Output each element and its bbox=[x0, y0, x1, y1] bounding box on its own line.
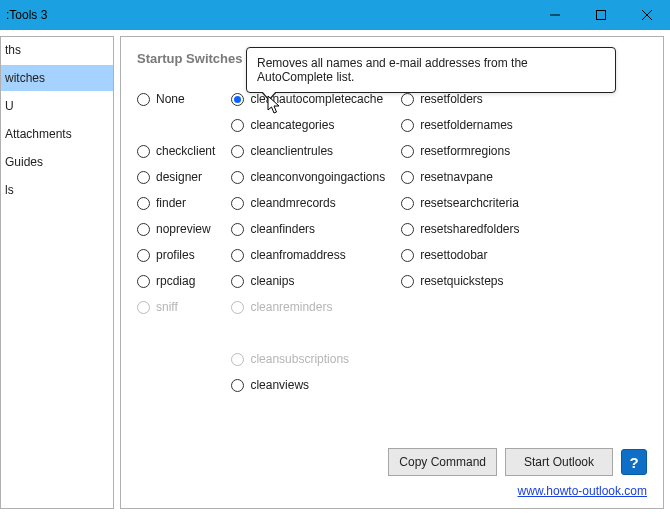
radio-column-0: None checkclientdesignerfindernopreviewp… bbox=[137, 86, 215, 320]
radio-indicator bbox=[137, 249, 150, 262]
radio-indicator bbox=[401, 145, 414, 158]
copy-command-button[interactable]: Copy Command bbox=[388, 448, 497, 476]
radio-label: cleanips bbox=[250, 274, 294, 288]
radio-indicator bbox=[401, 171, 414, 184]
radio-label: cleanclientrules bbox=[250, 144, 333, 158]
radio-option-resetfoldernames[interactable]: resetfoldernames bbox=[401, 112, 519, 138]
radio-label: cleansubscriptions bbox=[250, 352, 349, 366]
radio-indicator bbox=[231, 249, 244, 262]
radio-option-rpcdiag[interactable]: rpcdiag bbox=[137, 268, 215, 294]
radio-label: resetfolders bbox=[420, 92, 483, 106]
radio-label: nopreview bbox=[156, 222, 211, 236]
radio-option-cleanfinders[interactable]: cleanfinders bbox=[231, 216, 385, 242]
radio-indicator bbox=[401, 197, 414, 210]
radio-indicator bbox=[231, 379, 244, 392]
radio-label: cleanreminders bbox=[250, 300, 332, 314]
spacer-row bbox=[137, 112, 215, 138]
radio-option-resettodobar[interactable]: resettodobar bbox=[401, 242, 519, 268]
sidebar-item-2[interactable]: U bbox=[1, 93, 113, 119]
radio-label: checkclient bbox=[156, 144, 215, 158]
radio-label: rpcdiag bbox=[156, 274, 195, 288]
radio-option-resetsearchcriteria[interactable]: resetsearchcriteria bbox=[401, 190, 519, 216]
radio-indicator bbox=[401, 119, 414, 132]
main-panel: Startup Switches None checkclientdesigne… bbox=[120, 36, 664, 509]
radio-label: cleancategories bbox=[250, 118, 334, 132]
radio-option-cleanviews[interactable]: cleanviews bbox=[231, 372, 385, 398]
radio-indicator bbox=[401, 249, 414, 262]
radio-label: resetsharedfolders bbox=[420, 222, 519, 236]
radio-option-checkclient[interactable]: checkclient bbox=[137, 138, 215, 164]
radio-option-resetquicksteps[interactable]: resetquicksteps bbox=[401, 268, 519, 294]
radio-option-cleancategories[interactable]: cleancategories bbox=[231, 112, 385, 138]
radio-option-designer[interactable]: designer bbox=[137, 164, 215, 190]
button-row: Copy Command Start Outlook ? bbox=[137, 448, 647, 476]
radio-option-cleanips[interactable]: cleanips bbox=[231, 268, 385, 294]
radio-column-1: cleanautocompletecachecleancategoriescle… bbox=[231, 86, 385, 398]
help-icon: ? bbox=[629, 454, 638, 471]
radio-indicator bbox=[231, 223, 244, 236]
radio-label: resettodobar bbox=[420, 248, 487, 262]
sidebar: thswitchesUAttachmentsGuidesls bbox=[0, 36, 114, 509]
radio-indicator bbox=[137, 275, 150, 288]
titlebar: :Tools 3 bbox=[0, 0, 670, 30]
radio-label: designer bbox=[156, 170, 202, 184]
sidebar-item-1[interactable]: witches bbox=[1, 65, 113, 91]
radio-option-cleanclientrules[interactable]: cleanclientrules bbox=[231, 138, 385, 164]
radio-option-profiles[interactable]: profiles bbox=[137, 242, 215, 268]
radio-indicator bbox=[137, 197, 150, 210]
radio-label: resetformregions bbox=[420, 144, 510, 158]
radio-indicator bbox=[137, 223, 150, 236]
tooltip-text: Removes all names and e-mail addresses f… bbox=[257, 56, 528, 84]
radio-label: cleanfinders bbox=[250, 222, 315, 236]
footer-link[interactable]: www.howto-outlook.com bbox=[518, 484, 647, 498]
radio-indicator bbox=[137, 93, 150, 106]
radio-indicator bbox=[231, 197, 244, 210]
radio-indicator bbox=[231, 301, 244, 314]
radio-label: profiles bbox=[156, 248, 195, 262]
spacer-row bbox=[231, 320, 385, 346]
radio-label: resetfoldernames bbox=[420, 118, 513, 132]
radio-label: finder bbox=[156, 196, 186, 210]
radio-indicator bbox=[137, 301, 150, 314]
radio-option-cleanfromaddress[interactable]: cleanfromaddress bbox=[231, 242, 385, 268]
help-button[interactable]: ? bbox=[621, 449, 647, 475]
radio-indicator bbox=[401, 93, 414, 106]
radio-option-cleansubscriptions: cleansubscriptions bbox=[231, 346, 385, 372]
maximize-button[interactable] bbox=[578, 0, 624, 30]
svg-rect-1 bbox=[597, 11, 606, 20]
radio-option-nopreview[interactable]: nopreview bbox=[137, 216, 215, 242]
radio-indicator bbox=[401, 223, 414, 236]
radio-option-cleanconvongoingactions[interactable]: cleanconvongoingactions bbox=[231, 164, 385, 190]
footer-link-row: www.howto-outlook.com bbox=[137, 484, 647, 498]
radio-label: sniff bbox=[156, 300, 178, 314]
radio-option-resetsharedfolders[interactable]: resetsharedfolders bbox=[401, 216, 519, 242]
radio-label: resetquicksteps bbox=[420, 274, 503, 288]
radio-option-None[interactable]: None bbox=[137, 86, 215, 112]
window-title: :Tools 3 bbox=[0, 8, 47, 22]
radio-option-resetformregions[interactable]: resetformregions bbox=[401, 138, 519, 164]
radio-indicator bbox=[137, 145, 150, 158]
radio-label: cleandmrecords bbox=[250, 196, 335, 210]
sidebar-item-0[interactable]: ths bbox=[1, 37, 113, 63]
sidebar-item-4[interactable]: Guides bbox=[1, 149, 113, 175]
radio-indicator bbox=[231, 171, 244, 184]
radio-indicator bbox=[137, 171, 150, 184]
radio-indicator bbox=[401, 275, 414, 288]
radio-option-resetnavpane[interactable]: resetnavpane bbox=[401, 164, 519, 190]
radio-label: cleanviews bbox=[250, 378, 309, 392]
radio-label: resetnavpane bbox=[420, 170, 493, 184]
close-button[interactable] bbox=[624, 0, 670, 30]
radio-label: None bbox=[156, 92, 185, 106]
radio-indicator bbox=[231, 93, 244, 106]
radio-indicator bbox=[231, 353, 244, 366]
sidebar-item-5[interactable]: ls bbox=[1, 177, 113, 203]
radio-option-cleandmrecords[interactable]: cleandmrecords bbox=[231, 190, 385, 216]
radio-column-2: resetfoldersresetfoldernamesresetformreg… bbox=[401, 86, 519, 294]
minimize-button[interactable] bbox=[532, 0, 578, 30]
radio-option-cleanreminders: cleanreminders bbox=[231, 294, 385, 320]
radio-indicator bbox=[231, 145, 244, 158]
radio-label: resetsearchcriteria bbox=[420, 196, 519, 210]
start-outlook-button[interactable]: Start Outlook bbox=[505, 448, 613, 476]
sidebar-item-3[interactable]: Attachments bbox=[1, 121, 113, 147]
radio-option-finder[interactable]: finder bbox=[137, 190, 215, 216]
